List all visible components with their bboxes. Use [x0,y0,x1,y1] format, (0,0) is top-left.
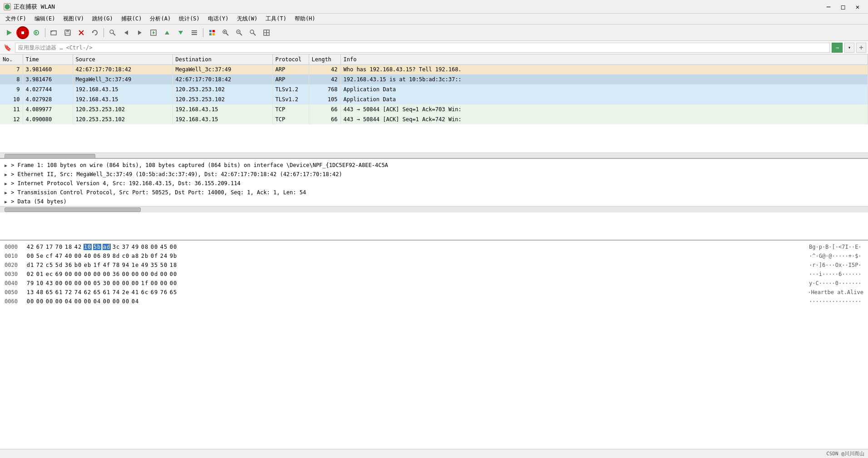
packet-detail-pane: ▶> Frame 1: 108 bytes on wire (864 bits)… [0,159,868,241]
toolbar-separator-2 [104,28,104,37]
header-dest: Destination [173,54,272,64]
svg-marker-3 [35,31,37,34]
zoom-out-button[interactable] [233,26,246,39]
header-len: Length [309,54,340,64]
find-button[interactable] [106,26,119,39]
svg-marker-19 [165,31,169,34]
detail-horizontal-scrollbar[interactable] [0,206,868,212]
menu-telephone[interactable]: 电话(Y) [204,14,232,24]
header-proto: Protocol [272,54,309,64]
svg-rect-27 [212,33,215,35]
window-title: 正在捕获 WLAN [14,3,55,11]
hex-row: 0010005ecf4740004006898dc0a82b0f249b·^·G… [0,251,868,261]
table-row[interactable]: 73.98146042:67:17:70:18:42MegaWell_3c:37… [0,64,868,74]
filter-add-button[interactable]: + [856,43,866,53]
detail-row[interactable]: ▶> Data (54 bytes) [0,197,868,206]
svg-rect-25 [212,30,215,32]
reload-button[interactable] [89,26,101,39]
start-capture-button[interactable] [3,26,15,39]
packet-table-wrapper: No. Time Source Destination Protocol Len… [0,54,868,159]
menu-view[interactable]: 视图(V) [59,14,88,24]
svg-marker-20 [178,31,183,34]
svg-rect-6 [66,30,69,32]
hex-rows-container: 0000426717701842105bad3c374908004500Bg·p… [0,242,868,306]
menu-edit[interactable]: 编辑(E) [31,14,59,24]
maximize-button[interactable]: □ [836,2,850,11]
filter-bookmark-icon[interactable]: 🔖 [2,44,13,51]
hex-row: 00300201ec690000000000360000000d0000···i… [0,270,868,279]
svg-marker-13 [124,30,128,35]
detail-row[interactable]: ▶> Internet Protocol Version 4, Src: 192… [0,179,868,188]
svg-marker-1 [7,30,12,35]
menubar: 文件(F) 编辑(E) 视图(V) 跳转(G) 捕获(C) 分析(A) 统计(S… [0,14,868,25]
table-row[interactable]: 114.089977120.253.253.102192.168.43.15TC… [0,104,868,114]
packet-table: No. Time Source Destination Protocol Len… [0,54,868,124]
go-back-button[interactable] [120,26,133,39]
table-header-row: No. Time Source Destination Protocol Len… [0,54,868,64]
table-row[interactable]: 94.027744192.168.43.15120.253.253.102TLS… [0,84,868,94]
detail-scrollbar-thumb[interactable] [5,207,141,212]
filter-apply-button[interactable]: → [832,43,843,53]
menu-analyze[interactable]: 分析(A) [146,14,174,24]
svg-marker-14 [138,30,142,35]
toolbar-separator-1 [45,28,45,37]
toolbar-separator-3 [203,28,203,37]
zoom-in-button[interactable] [219,26,232,39]
table-horizontal-scrollbar[interactable] [0,153,868,159]
filterbar: 🔖 → ▾ + [0,41,868,54]
menu-tools[interactable]: 工具(T) [262,14,290,24]
main-content: No. Time Source Destination Protocol Len… [0,54,868,458]
svg-line-33 [240,33,242,35]
menu-wireless[interactable]: 无线(W) [233,14,261,24]
detail-row[interactable]: ▶> Frame 1: 108 bytes on wire (864 bits)… [0,161,868,170]
svg-point-11 [110,30,113,34]
list-view-button[interactable] [188,26,201,39]
svg-line-29 [226,33,228,35]
app-icon [4,3,11,10]
go-forward-button[interactable] [133,26,146,39]
header-time: Time [23,54,73,64]
hex-row: 0050134865617274626561742e416c697665·Hea… [0,288,868,297]
menu-file[interactable]: 文件(F) [2,14,30,24]
menu-statistics[interactable]: 统计(S) [175,14,203,24]
goto-button[interactable] [147,26,160,39]
filter-input[interactable] [15,43,830,53]
close-button[interactable]: ✕ [851,2,864,11]
menu-help[interactable]: 帮助(H) [291,14,319,24]
packet-tbody: 73.98146042:67:17:70:18:42MegaWell_3c:37… [0,64,868,124]
minimize-button[interactable]: ─ [822,2,835,11]
statusbar-text: CSDN @川川而山 [826,450,864,457]
window-controls[interactable]: ─ □ ✕ [822,2,864,11]
table-scrollbar-thumb[interactable] [5,154,95,158]
detail-rows-container: ▶> Frame 1: 108 bytes on wire (864 bits)… [0,161,868,206]
stop-icon [17,26,28,39]
scroll-down-button[interactable] [174,26,187,39]
open-button[interactable] [48,26,60,39]
colorize-button[interactable] [206,26,218,39]
menu-capture[interactable]: 捕获(C) [118,14,146,24]
resize-columns-button[interactable] [260,26,273,39]
svg-line-12 [113,33,115,35]
restart-capture-button[interactable] [30,26,43,39]
filter-dropdown-button[interactable]: ▾ [844,43,854,53]
zoom-normal-button[interactable] [247,26,259,39]
header-source: Source [73,54,173,64]
svg-point-0 [5,5,10,9]
title-left: 正在捕获 WLAN [4,3,55,11]
table-row[interactable]: 124.090080120.253.253.102192.168.43.15TC… [0,114,868,124]
detail-row[interactable]: ▶> Transmission Control Protocol, Src Po… [0,188,868,197]
header-info: Info [340,54,868,64]
detail-row[interactable]: ▶> Ethernet II, Src: MegaWell_3c:37:49 (… [0,170,868,179]
hex-row: 00407910430000000005300000001f000000y·C·… [0,279,868,288]
scroll-up-button[interactable] [161,26,173,39]
svg-rect-24 [209,30,212,32]
stop-capture-button[interactable] [16,26,29,39]
svg-rect-26 [209,33,212,35]
header-no: No. [0,54,23,64]
close-file-button[interactable] [75,26,88,39]
toolbar [0,25,868,41]
table-row[interactable]: 104.027928192.168.43.15120.253.253.102TL… [0,94,868,104]
table-row[interactable]: 83.981476MegaWell_3c:37:4942:67:17:70:18… [0,74,868,84]
menu-goto[interactable]: 跳转(G) [89,14,117,24]
save-button[interactable] [61,26,74,39]
